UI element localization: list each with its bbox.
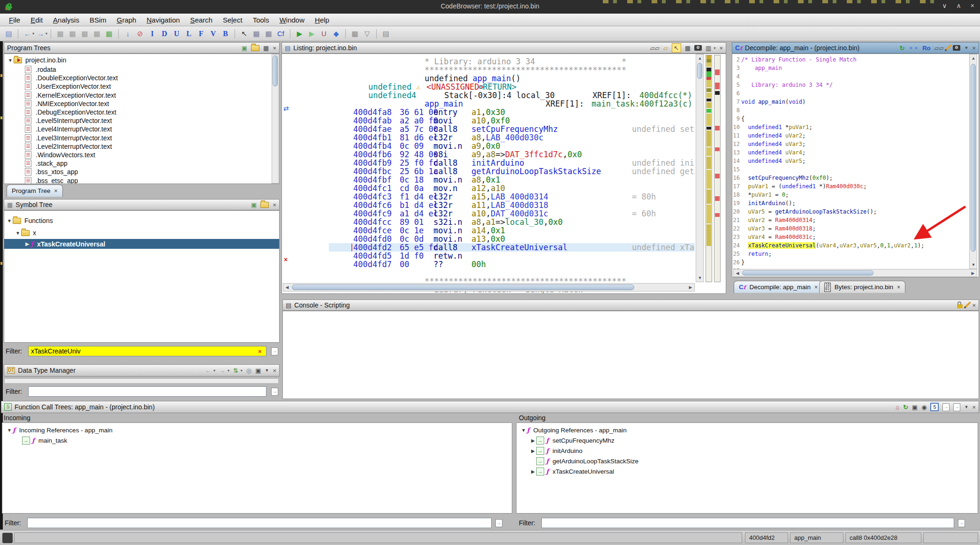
listing-instruction-row[interactable]: 400d4fbf0c 18movi.na8,0x1 [329, 176, 695, 184]
decompile-line[interactable]: 25 return; [732, 250, 957, 258]
snapshot-icon[interactable]: ▤ [380, 28, 392, 39]
maximize-button[interactable]: ∧ [957, 2, 961, 9]
scroll-right-icon[interactable]: ▶ [969, 269, 977, 277]
scroll-right-icon[interactable]: ▶ [687, 284, 694, 291]
listing-instruction-row[interactable]: 400d4faba2 a0 f0movia10,0xf0 [329, 116, 695, 125]
cursor-tracking-icon[interactable]: ↖ [672, 43, 681, 53]
expand-outgoing-icon[interactable] [953, 403, 960, 411]
union-icon[interactable]: U [318, 28, 330, 39]
scroll-left-icon[interactable]: ◀ [734, 269, 741, 277]
save-icon[interactable]: ▤ [3, 28, 15, 39]
menu-graph[interactable]: Graph [112, 16, 142, 24]
tree-item[interactable]: .WindowVectors.text [25, 151, 95, 159]
forward-icon[interactable]: → [219, 368, 225, 374]
dropdown-caret-icon[interactable]: ▾ [32, 31, 34, 36]
memory-indicator-icon[interactable] [2, 533, 13, 543]
close-icon[interactable]: × [273, 368, 276, 374]
dtm-filter-input[interactable] [28, 386, 266, 397]
clear-filter-icon[interactable]: × [258, 348, 262, 355]
listing-instruction-row[interactable]: 400d4fd00c 0dmovi.na13,0x0 [329, 235, 695, 243]
menu-navigation[interactable]: Navigation [141, 16, 185, 24]
close-tab-icon[interactable]: × [897, 284, 900, 291]
close-icon[interactable]: × [972, 404, 976, 410]
scroll-left-icon[interactable]: ◀ [283, 284, 291, 291]
tree-item[interactable]: .bss_etsc_app [25, 177, 78, 184]
listing-instruction-row[interactable]: 400d4faea5 7c 00call8setCpuFrequencyMhzu… [329, 125, 695, 133]
dtm-scroll-strip[interactable] [4, 378, 279, 384]
listing-instruction-row[interactable]: 400d4fa836 61 00entrya1,0x30 [329, 108, 695, 116]
call-tree-node[interactable]: ▶→ƒinitArduino [530, 446, 583, 455]
decompile-line[interactable]: 18 *puVar1 = 0; [732, 191, 957, 199]
fields-panel-icon[interactable]: ▥ [706, 45, 711, 51]
data-d-icon[interactable]: D [159, 28, 170, 39]
close-icon[interactable]: × [273, 202, 276, 208]
menu-analysis[interactable]: Analysis [48, 16, 84, 24]
listing-instruction-row[interactable]: 400d4fb692 48 00s8ia9,a8=>DAT_3ffc1d7c,0… [329, 150, 695, 159]
decompile-line[interactable]: 2/* Library Function - Single Match [732, 55, 957, 64]
listing-row[interactable]: app_mainXREF[1]:main_task:400f12a3(c) [329, 100, 695, 108]
listing-instruction-row[interactable]: 400d4fd51d f0retw.n [329, 252, 695, 260]
copy-icon[interactable]: ▱▱ [650, 45, 660, 51]
decompile-line[interactable]: 17 puVar1 = (undefined1 *)Ram400d030c; [732, 182, 957, 191]
undefine-u-icon[interactable]: U [171, 28, 182, 39]
forward-icon[interactable]: → [35, 28, 46, 39]
scroll-down-icon[interactable]: ▼ [696, 274, 704, 282]
listing-row[interactable]: undefined4Stack[-0x30]:4 local_30XREF[1]… [329, 91, 695, 100]
filter-options-icon[interactable] [958, 519, 965, 527]
lock-icon[interactable] [957, 304, 963, 308]
decompile-line[interactable]: 15 [732, 165, 957, 174]
call-tree-node[interactable]: ▶→ƒsetCpuFrequencyMhz [530, 436, 615, 445]
refresh-icon[interactable]: ↻ [899, 45, 904, 51]
menu-file[interactable]: File [4, 16, 25, 24]
filter-window-icon[interactable]: ▣ [912, 404, 918, 410]
listing-instruction-row[interactable]: 400d4fb925 f0 fdcall8initArduinoundefine… [329, 159, 695, 167]
listing-row[interactable] [329, 269, 695, 277]
edit-icon[interactable] [945, 44, 952, 52]
pointer-icon[interactable]: ↖ [238, 28, 250, 39]
listing-instruction-row[interactable]: 400d4fb181 d6 ecl32ra8,LAB_400d030c [329, 133, 695, 142]
close-tab-icon[interactable]: × [814, 284, 818, 291]
label-l-icon[interactable]: L [183, 28, 195, 39]
listing-row[interactable]: undefined⚠<UNASSIGNED><RETURN> [329, 83, 695, 91]
decompile-line[interactable]: 14 undefined4 uVar5; [732, 157, 957, 165]
close-icon[interactable]: × [972, 302, 976, 308]
listing-instruction-row[interactable]: 400d4fbc25 6b 1acall8getArduinoLoopTaskS… [329, 167, 695, 176]
tree-item[interactable]: .UserExceptionVector.text [25, 82, 111, 91]
tree-node-functions[interactable]: ▼ Functions [6, 216, 53, 225]
close-icon[interactable]: × [273, 45, 276, 51]
back-icon[interactable]: ← [22, 28, 33, 39]
decompile-line[interactable]: 26} [732, 258, 957, 267]
folder-icon[interactable] [260, 202, 269, 208]
memory-up-icon[interactable]: ▦ [67, 28, 78, 39]
decompile-line[interactable]: 4 [732, 72, 957, 81]
diff-view-icon[interactable]: ▦ [685, 45, 691, 51]
clear-code-icon[interactable]: ⊘ [134, 28, 146, 39]
listing-instruction-row[interactable]: 400d4fc6b1 d4 ecl32ra11,LAB_400d0318 [329, 201, 695, 209]
call-tree-node[interactable]: →ƒgetArduinoLoopTaskStackSize [530, 457, 638, 465]
close-tab-icon[interactable]: × [54, 188, 58, 194]
tree-item[interactable]: .bss_xtos_app [25, 168, 78, 176]
close-icon[interactable]: × [719, 45, 723, 51]
tree-item[interactable]: .Level5InterruptVector.text [25, 116, 112, 125]
menu-select[interactable]: Select [218, 16, 248, 24]
decompile-line[interactable]: 12 undefined4 uVar3; [732, 140, 957, 148]
filter-options-icon[interactable] [271, 388, 278, 396]
snapshot-icon[interactable] [953, 45, 960, 51]
memory-map-icon[interactable]: ▦ [54, 28, 66, 39]
listing-row[interactable]: * Library: arduino 3 34* [329, 57, 695, 66]
call-tree-node[interactable]: →ƒmain_task [15, 436, 67, 445]
tree-item[interactable]: .stack_app [25, 159, 68, 168]
tree-item[interactable]: .Level3InterruptVector.text [25, 134, 112, 142]
menu-bsim[interactable]: BSim [84, 16, 112, 24]
call-tree-root[interactable]: ▼ƒOutgoing References - app_main [520, 426, 627, 434]
listing-instruction-row[interactable]: 400d4fc3f1 d4 ecl32ra15,LAB_400d0314= 80… [329, 192, 695, 201]
gear-icon[interactable]: ◎ [246, 368, 251, 374]
chevron-right-icon[interactable]: ▶ [530, 438, 536, 443]
filter-options-icon[interactable] [495, 519, 502, 527]
grid-icon[interactable]: ▦ [349, 28, 361, 39]
refresh-icon[interactable]: ↻ [903, 404, 908, 410]
tree-node-xtaskcreateuniversal[interactable]: ▶ ƒ xTaskCreateUniversal [4, 239, 279, 249]
decompile-line[interactable]: 11 undefined4 uVar2; [732, 131, 957, 140]
copy-icon[interactable]: ▱▱ [934, 45, 943, 51]
chevron-down-icon[interactable]: ▼ [7, 58, 14, 63]
